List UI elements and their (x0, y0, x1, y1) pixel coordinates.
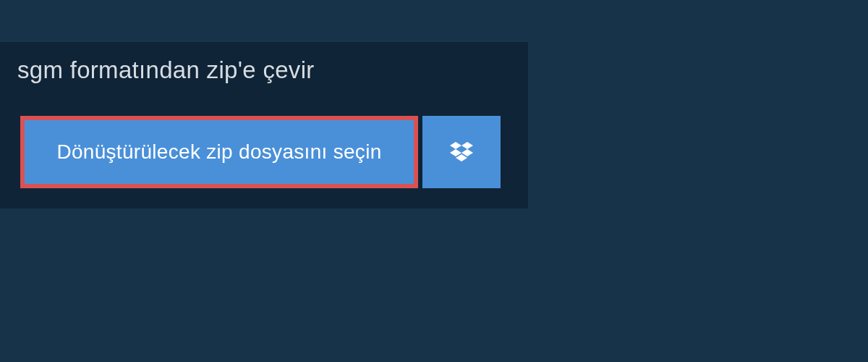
dropbox-button[interactable] (422, 116, 501, 188)
converter-panel: sgm formatından zip'e çevir Dönüştürülec… (0, 42, 528, 209)
title-bar: sgm formatından zip'e çevir (0, 42, 391, 101)
page-title: sgm formatından zip'e çevir (17, 56, 373, 84)
dropbox-icon (450, 140, 473, 164)
button-row: Dönüştürülecek zip dosyasını seçin (0, 101, 528, 209)
choose-file-button[interactable]: Dönüştürülecek zip dosyasını seçin (20, 116, 418, 188)
